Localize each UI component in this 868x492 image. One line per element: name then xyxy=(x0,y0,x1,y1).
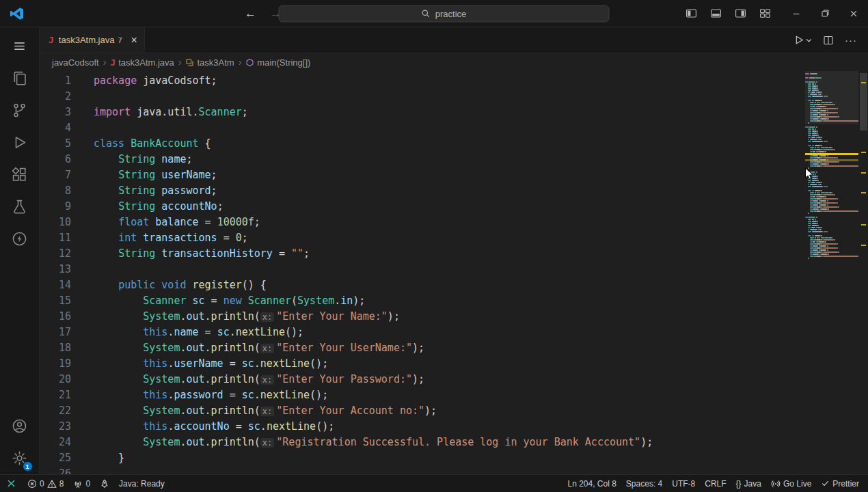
menu-button[interactable] xyxy=(3,30,36,62)
warning-icon xyxy=(47,479,57,489)
code-line[interactable]: 10 float balance = 10000f; xyxy=(40,215,805,230)
sidebar-item-explorer[interactable] xyxy=(3,62,36,94)
warning-marker xyxy=(861,82,866,83)
code-line[interactable]: 5class BankAccount { xyxy=(40,136,805,152)
go-live-button[interactable]: Go Live xyxy=(766,475,816,492)
code-line[interactable]: 12 String transactionHistory = ""; xyxy=(40,246,805,262)
code-line[interactable]: 14 public void register() { xyxy=(40,277,805,293)
status-bar: 0 8 0 xyxy=(0,474,868,492)
chevron-right-icon: › xyxy=(239,57,242,68)
tab-problems-badge: 7 xyxy=(118,36,122,44)
nav-back-icon[interactable]: ← xyxy=(245,7,256,20)
error-icon xyxy=(27,479,37,489)
line-number: 15 xyxy=(40,293,71,309)
sidebar-item-thunder-client[interactable] xyxy=(3,223,36,255)
toggle-secondary-sidebar-icon[interactable] xyxy=(730,3,750,24)
sidebar-item-extensions[interactable] xyxy=(3,159,36,191)
code-line[interactable]: 4 xyxy=(40,120,805,136)
line-number: 12 xyxy=(40,246,71,262)
code-line[interactable]: 13 xyxy=(40,262,805,277)
line-number: 22 xyxy=(40,403,71,419)
code-line[interactable]: 23 this.accountNo = sc.nextLine(); xyxy=(40,419,805,435)
search-text: practice xyxy=(435,8,467,18)
code-line[interactable]: 24 System.out.println(x:"Registration Su… xyxy=(40,435,805,450)
code-line[interactable]: 26 xyxy=(40,466,805,474)
account-icon xyxy=(12,418,27,434)
java-status[interactable]: Java: Ready xyxy=(114,475,169,492)
breadcrumb: javaCodsoft › J task3Atm.java › task3Atm xyxy=(40,53,868,71)
customize-layout-icon[interactable] xyxy=(755,3,775,24)
problems-indicator[interactable]: 0 8 xyxy=(23,475,68,492)
language-mode[interactable]: {} Java xyxy=(731,475,766,492)
accounts-button[interactable] xyxy=(3,410,36,442)
settings-button[interactable]: 1 xyxy=(3,442,36,474)
line-number: 25 xyxy=(40,450,71,466)
breadcrumb-class[interactable]: task3Atm xyxy=(185,57,234,68)
split-editor-icon[interactable] xyxy=(823,35,834,46)
minimap[interactable] xyxy=(805,71,858,474)
code-line[interactable]: 17 this.name = sc.nextLine(); xyxy=(40,325,805,340)
code-line[interactable]: 18 System.out.println(x:"Enter Your User… xyxy=(40,340,805,356)
breadcrumb-folder[interactable]: javaCodsoft xyxy=(52,57,99,68)
code-line[interactable]: 7 String userName; xyxy=(40,167,805,183)
tab-task3atm[interactable]: J task3Atm.java 7 × xyxy=(40,27,145,53)
files-icon xyxy=(12,70,27,86)
run-java-button[interactable] xyxy=(793,34,812,46)
more-actions-icon[interactable]: ··· xyxy=(845,34,857,46)
minimize-button[interactable] xyxy=(782,0,811,27)
tab-close-icon[interactable]: × xyxy=(131,35,137,46)
code-line[interactable]: 22 System.out.println(x:"Enter Your Acco… xyxy=(40,403,805,419)
command-center-search[interactable]: practice xyxy=(279,5,610,22)
activity-bar: 1 xyxy=(0,27,40,474)
code-line[interactable]: 21 this.password = sc.nextLine(); xyxy=(40,387,805,403)
eol-sequence[interactable]: CRLF xyxy=(700,475,731,492)
code-line[interactable]: 16 System.out.println(x:"Enter Your Name… xyxy=(40,309,805,325)
close-window-button[interactable] xyxy=(839,0,868,27)
cursor-position[interactable]: Ln 204, Col 8 xyxy=(562,475,621,492)
code-line[interactable]: 19 this.userName = sc.nextLine(); xyxy=(40,356,805,372)
sidebar-item-run-debug[interactable] xyxy=(3,126,36,159)
line-number: 18 xyxy=(40,340,71,356)
symbol-method-icon xyxy=(245,58,254,67)
chevron-right-icon: › xyxy=(103,57,107,68)
breadcrumb-method[interactable]: main(String[]) xyxy=(245,57,310,68)
code-line[interactable]: 20 System.out.println(x:"Enter Your Pass… xyxy=(40,372,805,387)
toggle-sidebar-icon[interactable] xyxy=(681,3,701,24)
warning-marker xyxy=(861,192,866,193)
prettier-status[interactable]: Prettier xyxy=(816,475,864,492)
line-number: 2 xyxy=(40,89,71,105)
lightning-icon xyxy=(12,231,27,247)
remote-indicator[interactable] xyxy=(0,475,23,492)
restore-button[interactable] xyxy=(811,0,839,27)
line-number: 4 xyxy=(40,120,71,136)
indentation[interactable]: Spaces: 4 xyxy=(621,475,667,492)
code-line[interactable]: 1package javaCodsoft; xyxy=(40,73,805,89)
line-number: 19 xyxy=(40,356,71,372)
minimap-slider[interactable] xyxy=(805,71,858,124)
rocket-icon xyxy=(100,479,109,489)
rocket-indicator[interactable] xyxy=(95,475,114,492)
errors-count: 0 xyxy=(40,479,44,489)
code-line[interactable]: 11 int transactions = 0; xyxy=(40,230,805,246)
java-file-icon: J xyxy=(110,57,116,68)
radio-tower-icon xyxy=(73,479,83,489)
toggle-panel-icon[interactable] xyxy=(705,3,726,24)
java-file-icon: J xyxy=(49,35,54,45)
line-number: 13 xyxy=(40,262,71,277)
encoding[interactable]: UTF-8 xyxy=(667,475,700,492)
code-line[interactable]: 25 } xyxy=(40,450,805,466)
sidebar-item-source-control[interactable] xyxy=(3,94,36,126)
extensions-icon xyxy=(12,167,27,182)
code-line[interactable]: 8 String password; xyxy=(40,183,805,199)
code-line[interactable]: 15 Scanner sc = new Scanner(System.in); xyxy=(40,293,805,309)
code-line[interactable]: 6 String name; xyxy=(40,152,805,167)
line-number: 20 xyxy=(40,372,71,387)
code-line[interactable]: 3import java.util.Scanner; xyxy=(40,105,805,120)
ports-indicator[interactable]: 0 xyxy=(68,475,95,492)
breadcrumb-file[interactable]: J task3Atm.java xyxy=(110,57,174,68)
code-line[interactable]: 9 String accountNo; xyxy=(40,199,805,215)
editor-pane[interactable]: 1package javaCodsoft;23import java.util.… xyxy=(40,71,868,474)
ports-count: 0 xyxy=(85,479,90,489)
sidebar-item-testing[interactable] xyxy=(3,191,36,223)
code-line[interactable]: 2 xyxy=(40,89,805,105)
